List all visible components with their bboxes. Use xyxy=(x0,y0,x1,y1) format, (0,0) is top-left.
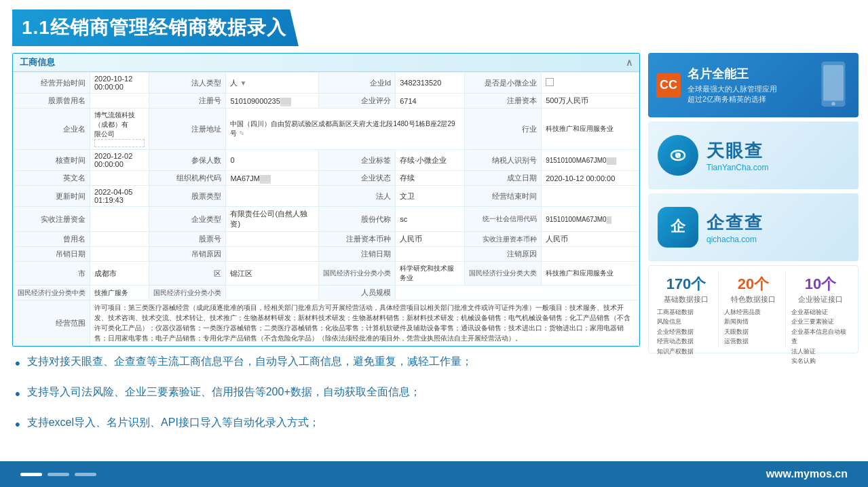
tyc-logo-circle xyxy=(658,135,698,176)
label-cell: 企业Id xyxy=(319,73,396,94)
value-cell xyxy=(542,73,639,94)
label-cell: 行业 xyxy=(465,109,542,150)
value-cell: MA67JM▓▓ xyxy=(226,171,319,186)
value-cell: 3482313520 xyxy=(396,73,465,94)
table-row: 实收注册资金 企业类型 有限责任公司(自然人独资) 股份代称 sc 统一社会信用… xyxy=(14,207,639,232)
bullet-text-1: 支持对接天眼查、企查查等主流工商信息平台，自动导入工商信息，避免重复，减轻工作量… xyxy=(27,353,472,370)
stat-label-2: 特色数据接口 xyxy=(724,294,782,305)
label-cell: 国民经济行业分类中类 xyxy=(14,286,90,300)
value-cell xyxy=(226,186,319,207)
value-cell: 510109000235▓▓ xyxy=(226,94,319,109)
value-cell: 91510100MA67JM0▓ xyxy=(542,207,639,232)
checkbox-icon[interactable] xyxy=(546,78,554,86)
value-cell: 人民币 xyxy=(396,232,465,247)
value-cell: 2020-10-12 00:00:00 xyxy=(542,171,639,186)
label-cell: 注册资本 xyxy=(465,94,542,109)
label-cell: 注销日期 xyxy=(319,247,396,262)
stat-label-1: 基础数据接口 xyxy=(657,294,715,305)
table-row: 曾用名 股票号 注册资本币种 人民币 实收注册资本币种 人民币 xyxy=(14,232,639,247)
label-cell: 经营范围 xyxy=(14,300,90,346)
value-cell: 存续 xyxy=(396,171,465,186)
label-cell: 吊销日期 xyxy=(14,247,90,262)
value-cell xyxy=(90,232,149,247)
value-cell: 91510100MA67JM0▓▓ xyxy=(542,150,639,171)
value-cell: 2020-10-12 00:00:00 xyxy=(90,73,149,94)
label-cell: 吊销原因 xyxy=(149,247,226,262)
label-cell: 企业状态 xyxy=(319,171,396,186)
footer-dots xyxy=(20,473,96,476)
stats-card: 170个 基础数据接口 工商基础数据风险信息企业经营数据经营动态数据知识产权数据… xyxy=(648,265,858,353)
label-cell: 实收注册资金 xyxy=(14,207,90,232)
cc-badge: CC xyxy=(656,73,681,98)
table-row: 经营范围 许可项目：第三类医疗器械经营（成此须逐批准的项目，经相关部门批准后方可… xyxy=(14,300,639,346)
label-cell: 成立日期 xyxy=(465,171,542,186)
label-cell: 企业类型 xyxy=(149,207,226,232)
label-cell: 法人 xyxy=(319,186,396,207)
mingpian-ad-card: CC 名片全能王 全球最强大的人脉管理应用 超过2亿商务精英的选择 xyxy=(648,53,858,117)
bullet-text-2: 支持导入司法风险、企业三要素验证、信用报告等200+数据，自动获取全面信息； xyxy=(27,384,421,400)
label-cell: 经营结束时间 xyxy=(465,186,542,207)
value-cell: 6714 xyxy=(396,94,465,109)
stat-col-2: 20个 特色数据接口 人脉经营品质新闻舆情天眼数据运营数据 xyxy=(721,271,786,347)
phone-icon xyxy=(816,60,850,111)
mingpian-text-block: 名片全能王 全球最强大的人脉管理应用 超过2亿商务精英的选择 xyxy=(687,66,777,104)
label-cell: 股票类型 xyxy=(149,186,226,207)
label-cell: 注册地址 xyxy=(149,109,226,150)
label-cell: 注册号 xyxy=(149,94,226,109)
label-cell: 国民经济行业分类大类 xyxy=(465,262,542,286)
label-cell: 英文名 xyxy=(14,171,90,186)
footer-url: www.mymos.cn xyxy=(766,468,848,480)
value-cell: 2020-12-02 00:00:00 xyxy=(90,150,149,171)
table-row: 更新时间 2022-04-05 01:19:43 股票类型 法人 文卫 经营结束… xyxy=(14,186,639,207)
value-cell: 有限责任公司(自然人独资) xyxy=(226,207,319,232)
value-cell: 博气流领科技（成都）有限公司 xyxy=(90,109,149,150)
table-row: 企业名 博气流领科技（成都）有限公司 注册地址 中国（四川）自由贸易试验区成都高… xyxy=(14,109,639,150)
label-cell: 参保人数 xyxy=(149,150,226,171)
main-content: 工商信息 ∧ 经营开始时间 2020-10-12 00:00:00 法人类型 人… xyxy=(0,53,868,453)
info-table: 经营开始时间 2020-10-12 00:00:00 法人类型 人 ▼ 企业Id… xyxy=(13,72,639,346)
label-cell: 区 xyxy=(149,262,226,286)
value-cell xyxy=(542,186,639,207)
business-scope-value: 许可项目：第三类医疗器械经营（成此须逐批准的项目，经相关部门批准后方可开展经营活… xyxy=(90,300,639,346)
value-cell: 锦江区 xyxy=(226,262,319,286)
value-cell: 成都市 xyxy=(90,262,149,286)
label-cell: 国民经济行业分类小类 xyxy=(149,286,226,300)
stat-items-3: 企业基础验证企业三要素验证企业基本信息自动核查法人验证实名认购 xyxy=(791,307,850,366)
qcc-main-text: 企查查 xyxy=(706,211,763,235)
stat-num-2: 20个 xyxy=(724,274,782,294)
bullet-dot: • xyxy=(15,383,20,405)
collapse-button[interactable]: ∧ xyxy=(626,57,633,68)
svg-text:企: 企 xyxy=(670,218,686,235)
bullet-text-3: 支持excel导入、名片识别、API接口导入等自动化录入方式； xyxy=(27,414,320,431)
qcc-text-block: 企查查 qichacha.com xyxy=(706,211,763,244)
value-cell xyxy=(542,247,639,262)
mingpian-sub2: 超过2亿商务精英的选择 xyxy=(687,94,777,104)
table-row: 经营开始时间 2020-10-12 00:00:00 法人类型 人 ▼ 企业Id… xyxy=(14,73,639,94)
tyc-text-block: 天眼查 TianYanCha.com xyxy=(706,139,768,172)
footer-bar: www.mymos.cn xyxy=(0,461,868,487)
label-cell: 国民经济行业分类小类 xyxy=(319,262,396,286)
label-cell: 企业名 xyxy=(14,109,90,150)
value-cell xyxy=(226,247,319,262)
mingpian-sub1: 全球最强大的人脉管理应用 xyxy=(687,84,777,94)
label-cell: 纳税人识别号 xyxy=(465,150,542,171)
value-cell xyxy=(90,94,149,109)
mingpian-title: 名片全能王 xyxy=(687,66,777,82)
label-cell: 市 xyxy=(14,262,90,286)
value-cell xyxy=(226,232,319,247)
table-row: 市 成都市 区 锦江区 国民经济行业分类小类 科学研究和技术服务业 国民经济行业… xyxy=(14,262,639,286)
value-cell: 2022-04-05 01:19:43 xyxy=(90,186,149,207)
value-cell: 科技推广和应用服务业 xyxy=(542,109,639,150)
qcc-logo-circle: 企 xyxy=(658,207,698,248)
label-cell: 注册资本币种 xyxy=(319,232,396,247)
label-cell: 股份代称 xyxy=(319,207,396,232)
table-row: 核查时间 2020-12-02 00:00:00 参保人数 0 企业标签 存续·… xyxy=(14,150,639,171)
svg-rect-1 xyxy=(823,65,844,101)
value-cell xyxy=(90,171,149,186)
table-header-bar: 工商信息 ∧ xyxy=(13,54,639,72)
label-cell: 股票曾用名 xyxy=(14,94,90,109)
stat-num-1: 170个 xyxy=(657,274,715,294)
value-cell: 0 xyxy=(226,150,319,171)
value-cell: 科技推广和应用服务业 xyxy=(542,262,639,286)
value-cell: 技推广服务 xyxy=(90,286,149,300)
